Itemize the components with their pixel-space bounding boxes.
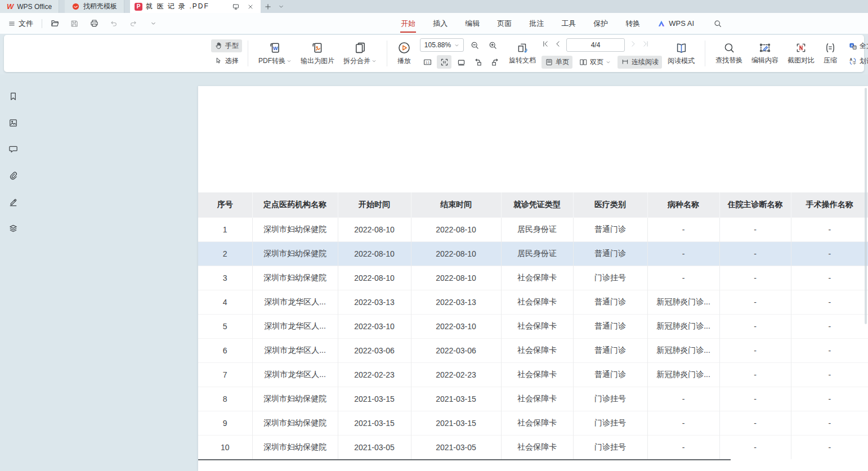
menu-tools[interactable]: 工具 <box>561 15 576 32</box>
zoom-out-icon[interactable] <box>467 38 482 52</box>
vertical-scrollbar[interactable] <box>865 88 867 324</box>
wps-ai-icon <box>657 19 666 28</box>
pdf-convert-button[interactable]: W PDF转换 <box>254 41 296 66</box>
menu-home[interactable]: 开始 <box>400 15 416 32</box>
table-cell: - <box>719 314 791 338</box>
layers-icon[interactable] <box>5 221 21 236</box>
document-area: 序号定点医药机构名称开始时间结束时间就诊凭证类型医疗类别病种名称住院主诊断名称手… <box>0 74 868 471</box>
annotate-icon[interactable] <box>5 195 21 209</box>
pdf-convert-label: PDF转换 <box>258 56 285 66</box>
full-translation-icon: A 字 <box>848 42 857 51</box>
menu-insert[interactable]: 插入 <box>432 15 448 32</box>
print-icon[interactable] <box>87 17 101 30</box>
table-row[interactable]: 10深圳市妇幼保健院2021-03-052021-03-05社会保障卡门诊挂号-… <box>198 435 868 459</box>
quick-access-chevron-icon[interactable] <box>146 17 160 30</box>
table-row[interactable]: 4深圳市龙华区人...2022-03-132022-03-13社会保障卡普通门诊… <box>198 290 868 314</box>
svg-text:字: 字 <box>853 46 856 49</box>
table-cell: 10 <box>198 435 252 459</box>
hamburger-icon <box>8 20 16 28</box>
screenshot-compare-button[interactable]: 截图对比 <box>783 42 819 65</box>
chevron-down-icon <box>454 43 459 48</box>
tab-document[interactable]: P 就 医 记 录 .PDF <box>130 0 261 13</box>
table-cell: - <box>791 314 868 338</box>
split-merge-label: 拆分合并 <box>343 56 370 66</box>
continuous-reading-button[interactable]: 连续阅读 <box>618 56 662 69</box>
actual-size-icon[interactable]: 1:1 <box>420 55 435 69</box>
full-translation-label: 全文翻译 <box>860 41 868 51</box>
table-cell: 新冠肺炎门诊... <box>647 362 719 387</box>
table-cell: 社会保障卡 <box>501 290 573 314</box>
hand-tool-button[interactable]: 手型 <box>211 39 242 52</box>
select-tool-button[interactable]: 选择 <box>211 55 242 68</box>
find-replace-button[interactable]: 查找替换 <box>711 42 747 65</box>
search-icon[interactable] <box>710 17 725 30</box>
table-row[interactable]: 8深圳市妇幼保健院2021-03-152021-03-15社会保障卡门诊挂号--… <box>198 387 868 411</box>
table-cell: 2022-03-13 <box>411 290 501 314</box>
menu-protect[interactable]: 保护 <box>593 15 609 32</box>
table-cell: - <box>719 362 791 387</box>
menu-page[interactable]: 页面 <box>496 15 512 32</box>
zoom-level-select[interactable]: 105.88% <box>420 38 464 52</box>
undo-icon[interactable] <box>106 17 121 30</box>
menu-wps-ai[interactable]: WPS AI <box>657 19 694 28</box>
menu-comment[interactable]: 批注 <box>529 15 544 32</box>
rotate-left-icon[interactable] <box>471 55 485 69</box>
tab-bar: W WPS Office 找稻壳模板 P 就 医 记 录 .PDF <box>0 0 868 13</box>
zoom-in-icon[interactable] <box>485 38 500 52</box>
last-page-icon[interactable] <box>642 40 650 50</box>
previous-page-icon[interactable] <box>554 40 562 50</box>
table-cell: - <box>791 411 868 435</box>
divider <box>248 41 248 66</box>
single-page-button[interactable]: 单页 <box>542 56 572 69</box>
rotate-document-button[interactable]: 旋转文档 <box>504 42 540 65</box>
table-cell: - <box>647 387 719 411</box>
table-cell: 2022-02-23 <box>411 362 501 387</box>
present-to-screen-icon[interactable] <box>230 0 241 13</box>
table-row[interactable]: 1深圳市妇幼保健院2022-08-102022-08-10居民身份证普通门诊--… <box>198 217 868 241</box>
tab-docer-template[interactable]: 找稻壳模板 <box>65 0 124 13</box>
full-translation-button[interactable]: A 字 全文翻译 <box>845 39 868 52</box>
document-title: 就 医 记 录 .PDF <box>146 2 227 11</box>
close-tab-icon[interactable] <box>245 0 256 13</box>
file-menu-button[interactable]: 文件 <box>5 17 37 30</box>
first-page-icon[interactable] <box>542 40 549 50</box>
menu-convert[interactable]: 转换 <box>625 15 641 32</box>
word-translation-button[interactable]: A 字 划词翻译 <box>845 55 868 68</box>
fit-width-icon[interactable] <box>437 55 451 69</box>
table-row[interactable]: 7深圳市龙华区人...2022-02-232022-02-23社会保障卡普通门诊… <box>198 362 868 387</box>
column-header: 序号 <box>198 192 252 217</box>
tab-list-chevron-icon[interactable] <box>275 0 287 13</box>
fit-page-icon[interactable] <box>454 55 468 69</box>
edit-content-button[interactable]: 编辑内容 <box>747 42 783 65</box>
tab-wps-office-label: WPS Office <box>17 3 52 11</box>
menu-edit[interactable]: 编辑 <box>464 15 480 32</box>
redo-icon[interactable] <box>126 17 141 30</box>
table-row[interactable]: 9深圳市妇幼保健院2021-03-152021-03-15社会保障卡门诊挂号--… <box>198 411 868 435</box>
next-page-icon[interactable] <box>629 40 637 50</box>
table-cell: - <box>647 217 719 241</box>
save-icon[interactable] <box>67 17 82 30</box>
comment-icon[interactable] <box>5 142 21 156</box>
open-file-icon[interactable] <box>47 17 62 30</box>
column-header: 开始时间 <box>338 192 411 217</box>
compress-button[interactable]: 压缩 <box>819 42 842 65</box>
rotate-right-icon[interactable] <box>487 55 502 69</box>
attachment-icon[interactable] <box>5 168 21 183</box>
double-page-button[interactable]: 双页 <box>576 56 614 69</box>
play-button[interactable]: 播放 <box>393 41 415 66</box>
page-number-input[interactable]: 4/4 <box>566 38 625 52</box>
bookmark-icon[interactable] <box>5 89 21 104</box>
tab-wps-office[interactable]: W WPS Office <box>0 0 59 13</box>
new-tab-icon[interactable] <box>261 0 275 13</box>
split-merge-button[interactable]: 拆分合并 <box>339 41 381 66</box>
table-cell: - <box>719 435 791 459</box>
wps-ai-label: WPS AI <box>669 19 694 28</box>
table-row[interactable]: 6深圳市龙华区人...2022-03-062022-03-06社会保障卡普通门诊… <box>198 338 868 362</box>
table-row[interactable]: 2深圳市妇幼保健院2022-08-102022-08-10居民身份证普通门诊--… <box>198 241 868 266</box>
table-row[interactable]: 3深圳市妇幼保健院2022-08-102022-08-10社会保障卡门诊挂号--… <box>198 266 868 290</box>
thumbnail-icon[interactable] <box>5 115 21 130</box>
export-image-button[interactable]: 输出为图片 <box>296 41 339 66</box>
read-mode-button[interactable]: 阅读模式 <box>663 42 699 66</box>
table-row[interactable]: 5深圳市龙华区人...2022-03-102022-03-10社会保障卡普通门诊… <box>198 314 868 338</box>
table-cell: - <box>719 217 791 241</box>
